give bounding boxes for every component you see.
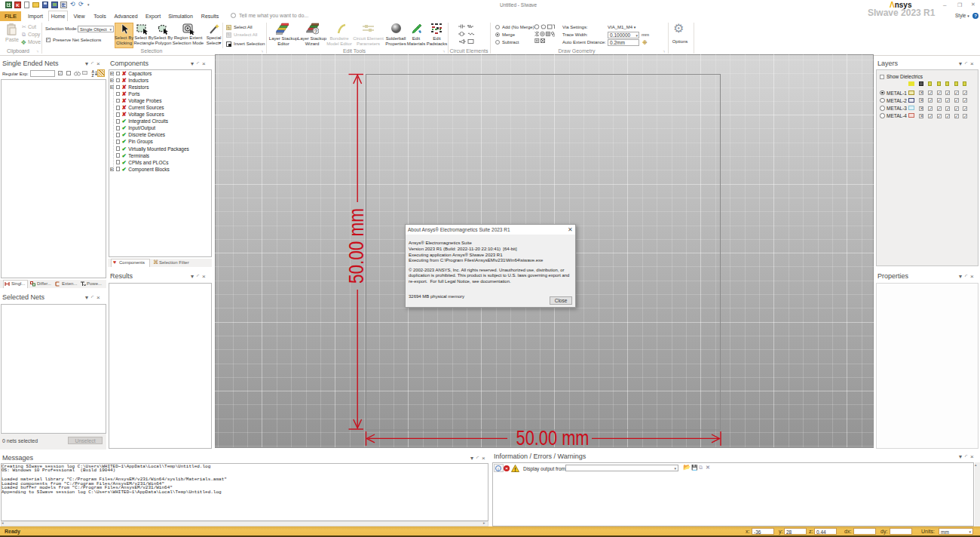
svg-text:?: ?	[314, 29, 317, 34]
svg-text:50.00 mm: 50.00 mm	[516, 427, 590, 447]
svg-text:Z: Z	[92, 73, 94, 78]
svg-text:50.00 mm: 50.00 mm	[345, 208, 368, 284]
svg-text:!: !	[514, 466, 516, 471]
